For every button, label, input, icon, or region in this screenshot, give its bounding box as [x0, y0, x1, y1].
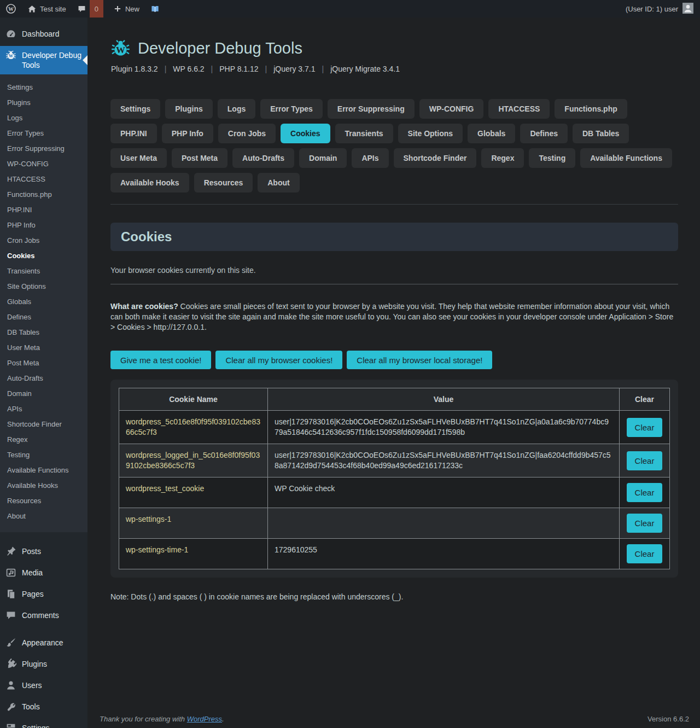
- site-name-link[interactable]: Test site: [22, 0, 72, 18]
- tab-available-hooks[interactable]: Available Hooks: [110, 173, 189, 193]
- clear-cookie-button[interactable]: Clear: [627, 418, 663, 437]
- tab-logs[interactable]: Logs: [218, 99, 255, 119]
- tab-transients[interactable]: Transients: [335, 124, 393, 143]
- comment-count-badge[interactable]: 0: [90, 0, 103, 18]
- home-icon: [27, 4, 37, 14]
- sidebar-item-plugins[interactable]: Plugins: [0, 655, 88, 676]
- tab-testing[interactable]: Testing: [529, 148, 575, 168]
- tab-cookies[interactable]: Cookies: [281, 124, 330, 143]
- submenu-item-domain[interactable]: Domain: [0, 386, 88, 401]
- cookie-name-cell: wordpress_logged_in_5c016e8f0f95f039102c…: [119, 444, 268, 477]
- tab-htaccess[interactable]: HTACCESS: [488, 99, 550, 119]
- sidebar-item-label: Pages: [22, 589, 44, 599]
- tab-plugins[interactable]: Plugins: [165, 99, 213, 119]
- tab-wp-config[interactable]: WP-CONFIG: [419, 99, 484, 119]
- settings-icon: [5, 723, 16, 728]
- wordpress-link[interactable]: WordPress: [187, 715, 222, 723]
- tab-about[interactable]: About: [258, 173, 299, 193]
- tab-apis[interactable]: APIs: [352, 148, 388, 168]
- submenu-item-auto-drafts[interactable]: Auto-Drafts: [0, 371, 88, 386]
- sidebar-item-comments[interactable]: Comments: [0, 606, 88, 627]
- clear-cookie-button[interactable]: Clear: [627, 483, 663, 502]
- submenu-item-testing[interactable]: Testing: [0, 447, 88, 463]
- tab-cron-jobs[interactable]: Cron Jobs: [218, 124, 276, 143]
- sidebar: Dashboard W Developer Debug Tools Settin…: [0, 18, 88, 728]
- docs-book-icon[interactable]: [145, 0, 165, 18]
- submenu-item-transients[interactable]: Transients: [0, 264, 88, 279]
- sidebar-item-settings[interactable]: Settings: [0, 719, 88, 728]
- sidebar-item-label: Posts: [22, 546, 41, 556]
- info-bold: What are cookies?: [110, 302, 178, 311]
- submenu-item-error-types[interactable]: Error Types: [0, 126, 88, 141]
- submenu-item-php-info[interactable]: PHP Info: [0, 218, 88, 233]
- sidebar-item-media[interactable]: Media: [0, 563, 88, 585]
- sidebar-main-menu: PostsMediaPagesCommentsAppearancePlugins…: [0, 542, 88, 728]
- clear-cookie-button[interactable]: Clear: [627, 544, 663, 563]
- tab-site-options[interactable]: Site Options: [398, 124, 463, 143]
- sidebar-item-label: Dashboard: [22, 29, 60, 39]
- sidebar-item-developer-debug-tools[interactable]: W Developer Debug Tools: [0, 46, 88, 74]
- submenu-item-plugins[interactable]: Plugins: [0, 95, 88, 110]
- submenu-item-wp-config[interactable]: WP-CONFIG: [0, 156, 88, 172]
- tab-error-suppressing[interactable]: Error Suppressing: [328, 99, 415, 119]
- tab-db-tables[interactable]: DB Tables: [573, 124, 629, 143]
- submenu-item-site-options[interactable]: Site Options: [0, 279, 88, 294]
- tab-available-functions[interactable]: Available Functions: [580, 148, 672, 168]
- submenu-item-resources[interactable]: Resources: [0, 493, 88, 509]
- submenu-item-about[interactable]: About: [0, 509, 88, 524]
- clear-cookie-button[interactable]: Clear: [627, 451, 663, 470]
- submenu-item-error-suppressing[interactable]: Error Suppressing: [0, 141, 88, 156]
- svg-text:W: W: [9, 54, 14, 59]
- tab-defines[interactable]: Defines: [520, 124, 568, 143]
- tab-shortcode-finder[interactable]: Shortcode Finder: [394, 148, 477, 168]
- submenu-item-available-functions[interactable]: Available Functions: [0, 463, 88, 478]
- tab-globals[interactable]: Globals: [468, 124, 515, 143]
- clear-cookie-button[interactable]: Clear: [627, 514, 663, 533]
- submenu-item-logs[interactable]: Logs: [0, 110, 88, 126]
- tab-settings[interactable]: Settings: [110, 99, 160, 119]
- submenu-item-cookies[interactable]: Cookies: [0, 248, 88, 264]
- submenu-item-user-meta[interactable]: User Meta: [0, 340, 88, 356]
- tab-user-meta[interactable]: User Meta: [110, 148, 167, 168]
- tab-auto-drafts[interactable]: Auto-Drafts: [232, 148, 294, 168]
- sidebar-item-tools[interactable]: Tools: [0, 697, 88, 719]
- tab-regex[interactable]: Regex: [481, 148, 524, 168]
- wordpress-logo-icon[interactable]: W: [0, 0, 22, 18]
- submenu-item-db-tables[interactable]: DB Tables: [0, 325, 88, 340]
- clear-all-my-browser-local-storage-button[interactable]: Clear all my browser local storage!: [347, 351, 492, 369]
- submenu-item-htaccess[interactable]: HTACCESS: [0, 172, 88, 187]
- submenu-item-available-hooks[interactable]: Available Hooks: [0, 478, 88, 493]
- submenu-item-regex[interactable]: Regex: [0, 432, 88, 447]
- sidebar-item-posts[interactable]: Posts: [0, 542, 88, 563]
- submenu-item-defines[interactable]: Defines: [0, 310, 88, 325]
- main-content: W Developer Debug Tools Plugin 1.8.3.2|W…: [88, 18, 700, 728]
- clear-all-my-browser-cookies-button[interactable]: Clear all my browser cookies!: [215, 351, 342, 369]
- avatar[interactable]: [682, 3, 693, 15]
- submenu-item-shortcode-finder[interactable]: Shortcode Finder: [0, 417, 88, 432]
- submenu-item-apis[interactable]: APIs: [0, 401, 88, 417]
- pin-icon: [5, 546, 16, 559]
- give-me-a-test-cookie-button[interactable]: Give me a test cookie!: [110, 351, 211, 369]
- tab-error-types[interactable]: Error Types: [260, 99, 323, 119]
- appearance-icon: [5, 637, 16, 650]
- tab-resources[interactable]: Resources: [194, 173, 253, 193]
- comments-bubble-icon[interactable]: [72, 0, 90, 18]
- tab-post-meta[interactable]: Post Meta: [172, 148, 228, 168]
- submenu-item-settings[interactable]: Settings: [0, 80, 88, 95]
- new-label: New: [125, 5, 139, 13]
- submenu-item-post-meta[interactable]: Post Meta: [0, 356, 88, 371]
- sidebar-item-appearance[interactable]: Appearance: [0, 633, 88, 655]
- submenu-item-globals[interactable]: Globals: [0, 294, 88, 310]
- sidebar-item-dashboard[interactable]: Dashboard: [0, 25, 88, 46]
- user-account-label[interactable]: (User ID: 1) user: [626, 5, 678, 13]
- submenu-item-cron-jobs[interactable]: Cron Jobs: [0, 233, 88, 248]
- submenu-item-php-ini[interactable]: PHP.INI: [0, 202, 88, 218]
- tab-php-ini[interactable]: PHP.INI: [110, 124, 157, 143]
- new-content-button[interactable]: New: [108, 0, 145, 18]
- tab-php-info[interactable]: PHP Info: [162, 124, 213, 143]
- submenu-item-functions-php[interactable]: Functions.php: [0, 187, 88, 202]
- tab-domain[interactable]: Domain: [299, 148, 347, 168]
- sidebar-item-pages[interactable]: Pages: [0, 585, 88, 606]
- sidebar-item-users[interactable]: Users: [0, 676, 88, 697]
- tab-functions-php[interactable]: Functions.php: [555, 99, 627, 119]
